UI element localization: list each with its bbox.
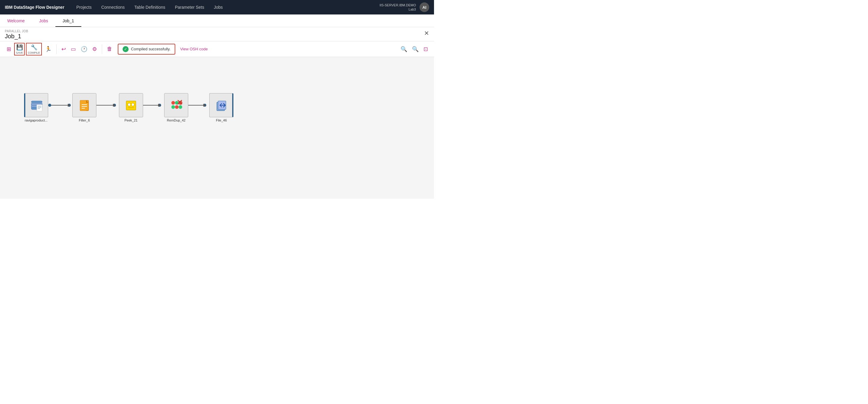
tab-job1[interactable]: Job_1 — [55, 19, 81, 27]
status-check-icon: ✓ — [123, 46, 129, 52]
run-button[interactable]: 🏃 — [43, 45, 53, 54]
run-icon: 🏃 — [45, 46, 52, 53]
view-osh-link[interactable]: View OSH code — [180, 47, 208, 51]
svg-point-39 — [172, 105, 175, 109]
node-label-remdup42: RemDup_42 — [167, 118, 186, 122]
brand-logo: IBM DataStage Flow Designer — [5, 5, 64, 10]
toolbar-right: 🔍 🔍 ⊡ — [399, 45, 429, 54]
svg-point-14 — [203, 104, 206, 107]
remdup-icon — [169, 98, 183, 112]
stage-icon: ▭ — [71, 46, 76, 53]
palette-button[interactable]: ⊞ — [5, 45, 13, 54]
job-header: PARALLEL JOB Job_1 — [0, 27, 434, 41]
filter-icon — [78, 98, 91, 112]
compile-icon: 🔧 — [31, 44, 37, 51]
toolbar: ⊞ 💾 SAVE 🔧 COMPILE 🏃 ↩ ▭ 🕐 — [0, 41, 434, 57]
svg-rect-25 — [80, 100, 86, 111]
save-icon: 💾 — [16, 44, 23, 51]
close-tab-button[interactable]: ✕ — [424, 30, 429, 37]
stage-button[interactable]: ▭ — [69, 45, 78, 54]
tab-welcome[interactable]: Welcome — [0, 19, 32, 27]
svg-marker-3 — [68, 104, 71, 107]
file-icon — [214, 98, 228, 112]
nav-connections[interactable]: Connections — [101, 5, 125, 10]
svg-rect-16 — [31, 101, 42, 103]
nav-parameter-sets[interactable]: Parameter Sets — [175, 5, 204, 10]
status-badge: ✓ Compiled successfully. — [118, 44, 175, 55]
canvas: ravigaproduct... Filter_6 — [0, 57, 434, 199]
node-peek21[interactable]: Peek_21 — [119, 93, 143, 122]
svg-rect-31 — [126, 101, 136, 110]
link-button[interactable]: ↩ — [60, 45, 68, 54]
nav-links: Projects Connections Table Definitions P… — [76, 5, 223, 10]
avatar[interactable]: AI — [420, 2, 429, 12]
svg-marker-7 — [113, 104, 116, 107]
link-icon: ↩ — [61, 46, 66, 53]
palette-icon: ⊞ — [7, 46, 11, 53]
job-type-label: PARALLEL JOB — [5, 30, 429, 33]
trash-icon: 🗑 — [107, 46, 112, 52]
svg-point-1 — [48, 104, 51, 107]
node-ravigaproduct[interactable]: ravigaproduct... — [24, 93, 48, 122]
save-button[interactable]: 💾 SAVE — [14, 43, 25, 56]
node-label-ravigaproduct: ravigaproduct... — [25, 118, 48, 122]
svg-point-2 — [68, 104, 71, 107]
node-remdup42[interactable]: RemDup_42 — [164, 93, 188, 122]
gear-icon: ⚙ — [92, 46, 97, 53]
fit-view-icon[interactable]: ⊡ — [422, 45, 429, 54]
svg-point-36 — [172, 101, 175, 105]
compile-button[interactable]: 🔧 COMPILE — [26, 43, 42, 56]
node-label-peek21: Peek_21 — [124, 118, 137, 122]
node-label-file46: File_46 — [216, 118, 227, 122]
toolbar-separator-2 — [102, 44, 102, 54]
svg-rect-34 — [130, 104, 132, 105]
schedule-button[interactable]: 🕐 — [79, 45, 89, 54]
peek-icon — [124, 98, 137, 112]
tab-jobs[interactable]: Jobs — [32, 19, 55, 27]
flow-connections — [0, 57, 434, 199]
clock-icon: 🕐 — [81, 46, 87, 53]
nav-table-definitions[interactable]: Table Definitions — [134, 5, 165, 10]
svg-point-10 — [158, 104, 161, 107]
zoom-in-icon[interactable]: 🔍 — [399, 45, 408, 54]
nav-projects[interactable]: Projects — [76, 5, 92, 10]
svg-point-40 — [175, 105, 179, 109]
top-nav: IBM DataStage Flow Designer Projects Con… — [0, 0, 434, 15]
tab-bar: Welcome Jobs Job_1 ✕ — [0, 15, 434, 27]
job-title: Job_1 — [5, 33, 429, 40]
node-filter6[interactable]: Filter_6 — [72, 93, 96, 122]
compile-label: COMPILE — [28, 51, 40, 54]
top-nav-right: IIS-SERVER.IBM.DEMO Lab3 AI — [379, 2, 429, 12]
svg-rect-20 — [37, 105, 42, 111]
nav-jobs[interactable]: Jobs — [214, 5, 223, 10]
delete-button[interactable]: 🗑 — [105, 45, 114, 53]
toolbar-separator-1 — [56, 44, 57, 54]
save-label: SAVE — [16, 51, 23, 54]
zoom-out-icon[interactable]: 🔍 — [411, 45, 420, 54]
svg-point-41 — [179, 105, 182, 109]
server-info: IIS-SERVER.IBM.DEMO Lab3 — [379, 3, 416, 12]
db-icon — [30, 98, 43, 112]
svg-marker-15 — [203, 104, 206, 107]
status-text: Compiled successfully. — [131, 47, 170, 51]
node-file46[interactable]: File_46 — [209, 93, 234, 122]
svg-marker-11 — [158, 104, 161, 107]
settings-button[interactable]: ⚙ — [90, 45, 99, 54]
svg-point-6 — [113, 104, 116, 107]
node-label-filter6: Filter_6 — [79, 118, 90, 122]
